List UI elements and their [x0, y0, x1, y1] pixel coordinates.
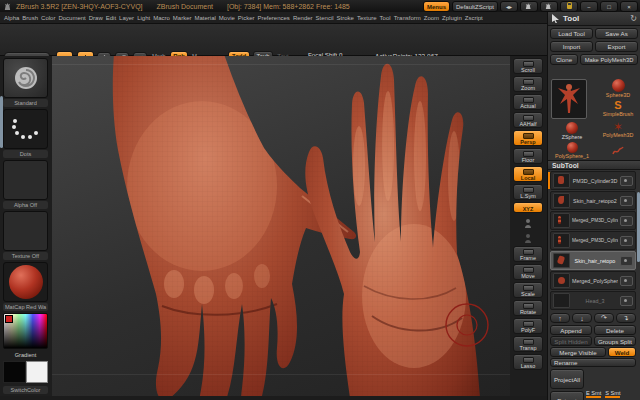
alpha-thumbnail[interactable] [3, 160, 48, 200]
refresh-icon[interactable]: ↻ [630, 14, 637, 23]
import-button[interactable]: Import [550, 41, 593, 52]
subtool-row-3[interactable]: Merged_PM3D_Cylinder3D_5 [550, 211, 636, 230]
lock-icon[interactable] [560, 1, 578, 12]
menu-movie[interactable]: Movie [219, 15, 235, 21]
polyf-button[interactable]: PolyF [513, 318, 543, 334]
gradient-label[interactable]: Gradient [3, 351, 48, 359]
menu-draw[interactable]: Draw [89, 15, 103, 21]
subtool-up-button[interactable]: ↑ [550, 313, 570, 323]
subtool-row-4[interactable]: Merged_PM3D_Cylinder3D_4 [550, 231, 636, 250]
visibility-eye-icon[interactable] [620, 256, 633, 266]
s-smt-toggle[interactable]: S Smt [605, 390, 620, 398]
scroll-button[interactable]: Scroll [513, 58, 543, 74]
ghost2-transparency-icon[interactable] [513, 231, 543, 244]
menu-edit[interactable]: Edit [106, 15, 116, 21]
visibility-eye-icon[interactable] [620, 236, 633, 246]
subtool-row-1[interactable]: PM3D_Cylinder3D [550, 171, 636, 190]
subtool-insert-button[interactable]: ↴ [616, 313, 636, 323]
close-button[interactable]: × [620, 1, 638, 12]
menu-stencil[interactable]: Stencil [316, 15, 334, 21]
menu-macro[interactable]: Macro [153, 15, 170, 21]
make-polymesh3d-button[interactable]: Make PolyMesh3D [580, 54, 638, 65]
visibility-eye-icon[interactable] [620, 276, 633, 286]
visibility-eye-icon[interactable] [620, 216, 633, 226]
e-smt-toggle[interactable]: E Smt [586, 390, 601, 398]
hand-toggle2-icon[interactable] [540, 1, 558, 12]
color-swatches[interactable] [3, 361, 48, 383]
extract-button[interactable]: Extract [550, 391, 584, 400]
menu-layer[interactable]: Layer [119, 15, 134, 21]
restore-button[interactable]: □ [600, 1, 618, 12]
visibility-eye-icon[interactable] [620, 196, 633, 206]
brush-thumbnail[interactable] [3, 58, 48, 98]
menu-zscript[interactable]: Zscript [465, 15, 483, 21]
texture-thumbnail[interactable] [3, 211, 48, 251]
menu-alpha[interactable]: Alpha [4, 15, 19, 21]
actual-button[interactable]: Actual [513, 94, 543, 110]
ghost-transparency-icon[interactable] [513, 216, 543, 229]
local-button[interactable]: Local [513, 166, 543, 182]
menu-color[interactable]: Color [41, 15, 55, 21]
menu-material[interactable]: Material [194, 15, 215, 21]
subtool-row-5-selected[interactable]: Skin_hair_retopo [550, 251, 636, 270]
persp-button[interactable]: Persp [513, 130, 543, 146]
subtool-down-button[interactable]: ↓ [572, 313, 592, 323]
subtool-row-6[interactable]: Merged_PolySphere_5 [550, 271, 636, 290]
tool-item-sphere3d[interactable]: Sphere3D [598, 79, 638, 98]
tool-panel-header[interactable]: Tool ↻ [548, 12, 640, 26]
main-color-swatch[interactable] [3, 361, 26, 383]
project-all-button[interactable]: ProjectAll [550, 369, 584, 389]
floor-button[interactable]: Floor [513, 148, 543, 164]
stroke-thumbnail[interactable] [3, 109, 48, 149]
material-thumbnail[interactable] [3, 262, 48, 302]
menu-zoom[interactable]: Zoom [424, 15, 439, 21]
rotate3d-button[interactable]: Rotate [513, 300, 543, 316]
menu-tool[interactable]: Tool [380, 15, 391, 21]
menu-transform[interactable]: Transform [394, 15, 421, 21]
split-hidden-button[interactable]: Split Hidden [550, 336, 592, 346]
weld-button[interactable]: Weld [608, 347, 636, 357]
transp-button[interactable]: Transp [513, 336, 543, 352]
menu-picker[interactable]: Picker [238, 15, 255, 21]
xyz-button[interactable]: XYZ [513, 202, 543, 213]
subtool-row-2[interactable]: Skin_hair_retopo2 [550, 191, 636, 210]
clone-button[interactable]: Clone [550, 54, 578, 65]
load-tool-button[interactable]: Load Tool [550, 28, 593, 39]
subtool-section-header[interactable]: SubTool [548, 160, 640, 170]
frame-button[interactable]: Frame [513, 246, 543, 262]
menu-zplugin[interactable]: Zplugin [442, 15, 462, 21]
sculpt-viewport[interactable] [52, 56, 510, 396]
zoom-button[interactable]: Zoom [513, 76, 543, 92]
menu-stroke[interactable]: Stroke [337, 15, 354, 21]
hand-toggle-icon[interactable] [520, 1, 538, 12]
switch-color-label[interactable]: SwitchColor [3, 386, 48, 394]
menus-button[interactable]: Menus [423, 1, 450, 12]
subtool-duplicate-button[interactable]: ↷ [594, 313, 614, 323]
merge-visible-button[interactable]: Merge Visible [550, 347, 606, 357]
tool-item-polymesh3d[interactable]: ✶ PolyMesh3D [598, 122, 638, 138]
minimize-button[interactable]: − [580, 1, 598, 12]
visibility-eye-icon[interactable] [620, 296, 633, 306]
tool-item-zsphere[interactable]: ZSphere [552, 122, 592, 140]
menu-render[interactable]: Render [293, 15, 313, 21]
menu-brush[interactable]: Brush [22, 15, 38, 21]
export-button[interactable]: Export [595, 41, 638, 52]
current-tool-thumbnail[interactable] [551, 79, 587, 119]
tray-left-arrows-icon[interactable]: ◂▸ [500, 1, 518, 12]
document-canvas[interactable] [52, 56, 510, 396]
tool-item-simplebrush[interactable]: S SimpleBrush [598, 100, 638, 117]
subtool-row-7[interactable]: Head_3 [550, 291, 636, 310]
menu-texture[interactable]: Texture [357, 15, 377, 21]
menu-preferences[interactable]: Preferences [258, 15, 290, 21]
visibility-eye-icon[interactable] [620, 176, 633, 186]
default-zscript-button[interactable]: DefaultZScript [452, 1, 498, 12]
append-button[interactable]: Append [550, 325, 592, 335]
secondary-color-swatch[interactable] [26, 361, 49, 383]
groups-split-button[interactable]: Groups Split [594, 336, 636, 346]
lsym-button[interactable]: L.Sym [513, 184, 543, 200]
lasso-button[interactable]: Lasso [513, 354, 543, 370]
save-as-button[interactable]: Save As [595, 28, 638, 39]
color-picker[interactable] [3, 313, 48, 349]
menu-light[interactable]: Light [137, 15, 150, 21]
aahalf-button[interactable]: AAHalf [513, 112, 543, 128]
